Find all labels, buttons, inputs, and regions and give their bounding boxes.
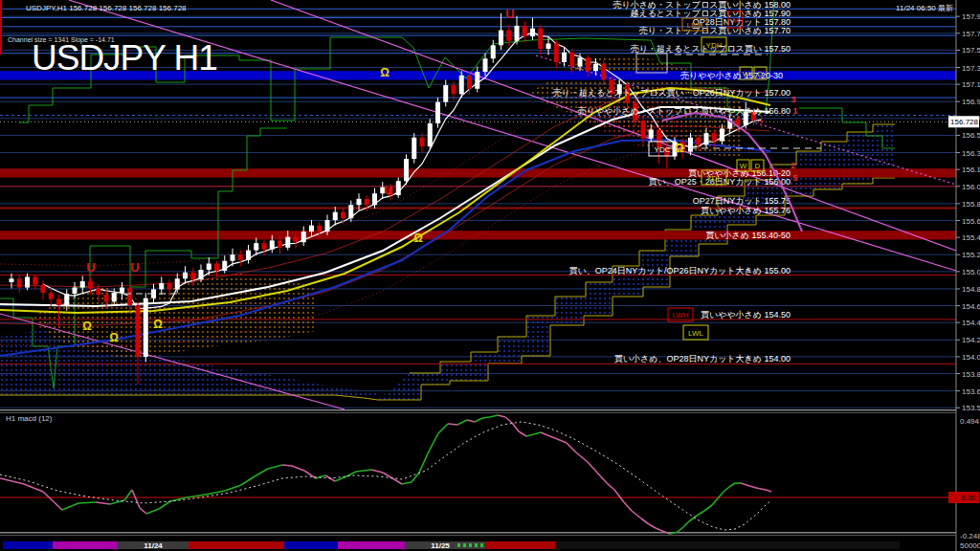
candle (712, 133, 717, 141)
level-label: 買いやや小さめ 155.76 (701, 206, 791, 215)
buy-signal-icon: Ω (413, 231, 423, 245)
axis-tick-label: 153.695 (962, 387, 980, 396)
candle (601, 64, 606, 80)
candle (467, 76, 472, 89)
macd-line-segment (146, 509, 159, 514)
candle (641, 121, 646, 139)
candle (325, 220, 330, 231)
candle (459, 76, 464, 94)
sell-signal-icon: U (86, 260, 95, 275)
macd-zero-value: 0.00 (961, 494, 976, 502)
bottom-green-tag-pixels (480, 543, 483, 547)
buy-signal-icon: Ω (153, 318, 163, 331)
axis-tick-label: 154.845 (962, 285, 980, 294)
macd-line-segment (482, 417, 490, 418)
axis-tick-label: 155.425 (962, 233, 980, 242)
candle (127, 288, 132, 306)
macd-line-segment (225, 485, 241, 491)
bottom-green-tag-pixels (463, 543, 466, 547)
count-digit: 1 (792, 106, 797, 116)
mt4-chart-window: 売り小さめ・ストップロス買い小さめ 158.00越えるとストップロス買い小さめ … (0, 0, 980, 551)
tag-box-label: W (740, 162, 747, 170)
macd-line-segment (438, 424, 448, 433)
macd-line-segment (282, 465, 292, 466)
candle (238, 254, 243, 260)
candle (404, 159, 409, 181)
macd-line-segment (741, 483, 746, 485)
macd-signal-line (0, 422, 771, 530)
axis-tick-label: 153.505 (962, 404, 980, 412)
session-segment[interactable] (189, 541, 284, 549)
axis-tick-label: 153.890 (962, 370, 980, 379)
macd-axis-label: 50000 (960, 541, 980, 550)
sell-signal-icon: U (130, 260, 139, 275)
session-segment[interactable] (284, 541, 338, 549)
session-segment[interactable] (476, 541, 555, 549)
session-segment[interactable] (555, 541, 900, 549)
macd-line-segment (24, 484, 43, 492)
macd-line-segment (241, 476, 255, 485)
macd-line-segment (704, 505, 712, 511)
session-segment[interactable] (338, 541, 405, 549)
candle (554, 43, 559, 61)
candle (183, 273, 188, 278)
macd-line-segment (588, 462, 597, 473)
axis-tick-label: 156.190 (962, 165, 980, 174)
macd-line-segment (624, 502, 632, 511)
macd-line-segment (555, 438, 567, 443)
candle (396, 181, 401, 195)
level-label: 買い、OP24日NYカット/OP26日NYカット大きめ 155.00 (569, 266, 791, 276)
axis-tick-label: 155.230 (962, 251, 980, 259)
candle (759, 121, 764, 121)
candle (704, 133, 709, 144)
tag-box-label: D (758, 70, 764, 78)
trend-line (271, 0, 956, 251)
axis-tick-label: 154.270 (962, 336, 980, 344)
macd-line-segment (78, 502, 96, 503)
macd-line-segment (371, 470, 383, 473)
price-chart-canvas[interactable]: 売り小さめ・ストップロス買い小さめ 158.00越えるとストップロス買い小さめ … (0, 0, 980, 551)
candle (73, 288, 78, 294)
macd-line-segment (541, 432, 547, 435)
buy-signal-icon: Ω (82, 320, 92, 333)
tag-box-label: LWH (672, 311, 688, 320)
tag-box-label: YDC (655, 145, 671, 154)
candle (25, 276, 30, 287)
candle (435, 102, 440, 123)
macd-line-segment (656, 528, 662, 531)
macd-line-segment (712, 498, 718, 505)
tag-box-label: D (755, 162, 761, 170)
date-label: 11/25 (431, 541, 450, 550)
session-segment[interactable] (53, 541, 118, 549)
candle (348, 205, 353, 218)
axis-tick-label: 154.080 (962, 353, 980, 362)
left-edge-marker (0, 0, 2, 55)
axis-tick-label: 157.340 (962, 64, 980, 73)
candle (301, 231, 306, 242)
macd-line-segment (567, 443, 576, 452)
level-band-155.4 (0, 231, 956, 239)
candle (452, 85, 457, 94)
macd-line-segment (292, 466, 304, 471)
session-segment[interactable] (3, 541, 53, 549)
candle (231, 254, 235, 260)
candle (104, 295, 109, 301)
axis-tick-label: 157.915 (962, 12, 980, 21)
tag-box-label: LMH (687, 21, 703, 30)
candle (483, 58, 488, 72)
macd-line-segment (132, 490, 140, 508)
level-band-156.1 (0, 168, 956, 177)
symbol-watermark: USDJPY H1 (32, 38, 217, 78)
candle (538, 29, 543, 49)
macd-line-segment (641, 518, 649, 524)
count-digit: 5 (792, 173, 797, 183)
candle (365, 199, 369, 205)
candle (246, 251, 251, 260)
macd-line-segment (632, 511, 641, 518)
panel-separator (0, 532, 956, 534)
macd-line-segment (597, 473, 607, 483)
candle (372, 193, 377, 205)
candle (136, 305, 141, 357)
current-price-value: 156.728 (950, 118, 978, 126)
axis-tick-label: 154.465 (962, 319, 980, 327)
